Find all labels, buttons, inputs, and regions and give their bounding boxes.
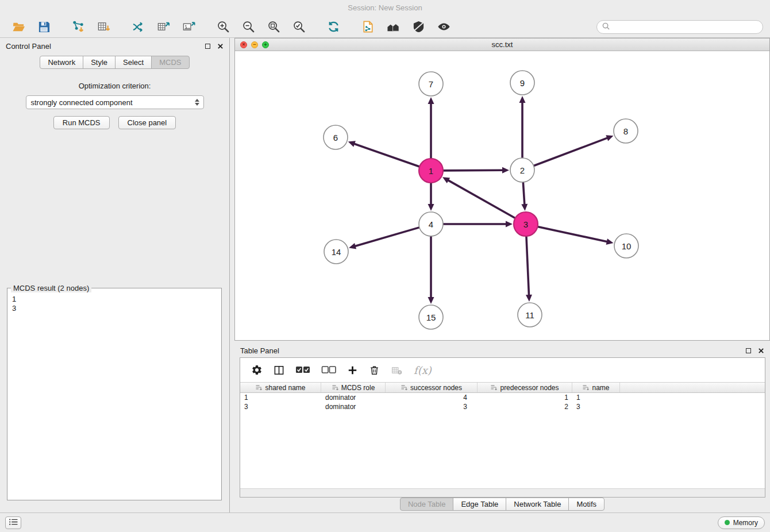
graph-edge-3-10[interactable] [538, 227, 613, 245]
float-table-panel-icon[interactable] [746, 348, 751, 353]
import-network-button[interactable] [67, 18, 90, 36]
network-document-button[interactable] [356, 18, 379, 36]
mcds-result-box: MCDS result (2 nodes) 13 [7, 284, 222, 500]
export-image-button[interactable] [177, 18, 200, 36]
network-window-titlebar[interactable]: scc.txt × − + [235, 38, 769, 51]
graph-edge-1-4[interactable] [428, 183, 434, 211]
add-row-icon [347, 365, 358, 376]
table-toolbar: f(x) [240, 358, 765, 382]
toolbar-separator [313, 18, 319, 36]
column-header-mcds-role[interactable]: MCDS role [321, 383, 386, 392]
graph-node-7[interactable]: 7 [419, 72, 443, 96]
close-panel-icon[interactable] [217, 43, 224, 49]
tab-select[interactable]: Select [115, 56, 152, 69]
graph-node-10[interactable]: 10 [614, 234, 638, 258]
table-row[interactable]: 3dominator323 [240, 402, 765, 411]
horizontal-scrollbar[interactable] [240, 488, 765, 497]
column-header-label: MCDS role [341, 384, 375, 392]
table-row[interactable]: 1dominator411 [240, 393, 765, 402]
save-button[interactable] [32, 18, 55, 36]
task-history-button[interactable] [5, 516, 21, 529]
add-row-button[interactable] [347, 365, 358, 376]
open-file-button[interactable] [7, 18, 30, 36]
optimization-criterion-label: Optimization criterion: [0, 82, 229, 90]
memory-button[interactable]: Memory [718, 516, 765, 529]
search-field[interactable] [596, 20, 763, 34]
export-table-button[interactable] [152, 18, 175, 36]
graph-node-label: 11 [525, 310, 534, 320]
graph-edge-2-8[interactable] [534, 135, 614, 165]
column-header-successor-nodes[interactable]: successor nodes [386, 383, 478, 392]
graph-node-9[interactable]: 9 [510, 71, 534, 95]
graph-edge-4-14[interactable] [349, 228, 419, 249]
eye-button[interactable] [432, 18, 455, 36]
graph-node-3[interactable]: 3 [514, 212, 538, 236]
style-button[interactable] [407, 18, 430, 36]
graph-edge-2-9[interactable] [519, 96, 526, 157]
graph-node-8[interactable]: 8 [614, 119, 638, 143]
graph-node-4[interactable]: 4 [419, 212, 443, 236]
close-table-panel-icon[interactable] [758, 348, 764, 354]
delete-row-button[interactable] [369, 365, 380, 376]
close-window-icon[interactable]: × [240, 41, 247, 48]
network-graph: 7968124314101511 [235, 51, 769, 340]
graph-node-14[interactable]: 14 [324, 240, 348, 264]
float-panel-icon[interactable] [205, 44, 210, 49]
home-button[interactable] [382, 18, 405, 36]
column-header-label: name [592, 384, 609, 392]
column-header-name[interactable]: name [572, 383, 620, 392]
graph-node-11[interactable]: 11 [518, 303, 542, 327]
graph-edge-3-11[interactable] [526, 237, 532, 302]
tab-node-table[interactable]: Node Table [400, 498, 454, 511]
export-network-button[interactable] [126, 18, 149, 36]
refresh-button[interactable] [322, 18, 345, 36]
table-tabs: Node TableEdge TableNetwork TableMotifs [234, 498, 770, 511]
tab-style[interactable]: Style [83, 56, 116, 69]
maximize-window-icon[interactable]: + [262, 41, 269, 48]
delete-row-icon [369, 365, 380, 376]
graph-edge-1-7[interactable] [428, 97, 434, 158]
column-header-shared-name[interactable]: shared name [240, 383, 321, 392]
close-panel-button[interactable]: Close panel [118, 116, 176, 129]
graph-edge-3-1[interactable] [442, 177, 515, 218]
import-table-button[interactable] [92, 18, 115, 36]
graph-edge-4-3[interactable] [444, 221, 513, 228]
graph-edge-4-15[interactable] [428, 237, 434, 304]
column-header-label: successor nodes [410, 384, 462, 392]
save-icon [37, 20, 51, 33]
graph-node-2[interactable]: 2 [510, 158, 534, 182]
graph-node-1[interactable]: 1 [419, 159, 443, 183]
network-canvas[interactable]: 7968124314101511 [235, 51, 769, 340]
graph-node-15[interactable]: 15 [419, 305, 443, 329]
run-mcds-button[interactable]: Run MCDS [53, 116, 110, 129]
table-panel-header: Table Panel [234, 342, 770, 358]
criterion-dropdown[interactable]: strongly connected component [26, 95, 204, 109]
sort-column-icon [332, 384, 338, 391]
graph-edge-2-3[interactable] [521, 183, 528, 211]
zoom-in-icon [217, 20, 230, 33]
zoom-selected-button[interactable] [287, 18, 310, 36]
show-columns-button[interactable] [274, 365, 284, 376]
status-bar: Memory [0, 512, 770, 532]
table-cell: dominator [321, 402, 386, 411]
zoom-out-button[interactable] [237, 18, 260, 36]
settings-gear-button[interactable] [251, 364, 263, 376]
column-header-predecessor-nodes[interactable]: predecessor nodes [478, 383, 572, 392]
tab-motifs[interactable]: Motifs [568, 498, 605, 511]
graph-node-6[interactable]: 6 [324, 125, 348, 149]
graph-edge-1-6[interactable] [348, 141, 419, 166]
tab-network[interactable]: Network [40, 56, 83, 69]
deselect-all-button[interactable] [321, 365, 336, 375]
zoom-fit-button[interactable] [262, 18, 285, 36]
select-all-button[interactable] [295, 365, 310, 375]
graph-edge-1-2[interactable] [444, 167, 509, 174]
search-input[interactable] [613, 22, 757, 31]
table-cell: 3 [386, 402, 478, 411]
minimize-window-icon[interactable]: − [251, 41, 258, 48]
tab-mcds[interactable]: MCDS [151, 56, 189, 69]
network-window-title: scc.txt [235, 40, 769, 49]
graph-node-label: 10 [622, 241, 632, 251]
zoom-in-button[interactable] [211, 18, 234, 36]
tab-edge-table[interactable]: Edge Table [453, 498, 506, 511]
tab-network-table[interactable]: Network Table [506, 498, 569, 511]
